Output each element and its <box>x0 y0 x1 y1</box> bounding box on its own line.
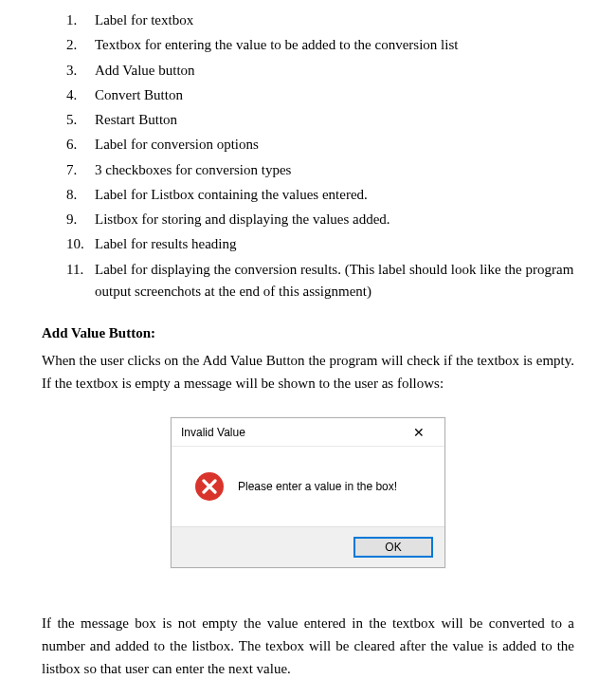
dialog-body: Please enter a value in the box! <box>172 447 444 526</box>
list-item: Add Value button <box>95 60 574 82</box>
close-icon[interactable]: ✕ <box>401 421 437 444</box>
list-item: Listbox for storing and displaying the v… <box>95 209 574 230</box>
requirements-list: Label for textbox Textbox for entering t… <box>95 9 574 303</box>
ok-button[interactable]: OK <box>353 537 433 558</box>
list-item: Label for conversion options <box>95 134 574 156</box>
list-item: Restart Button <box>95 109 574 131</box>
section-paragraph: If the message box is not empty the valu… <box>42 612 574 679</box>
list-item: Label for Listbox containing the values … <box>95 184 574 206</box>
dialog-message: Please enter a value in the box! <box>238 480 397 493</box>
section-paragraph: When the user clicks on the Add Value Bu… <box>42 349 574 395</box>
section-heading-add-value: Add Value Button: <box>42 325 574 341</box>
document-page: Label for textbox Textbox for entering t… <box>0 0 616 679</box>
dialog-title: Invalid Value <box>181 426 245 439</box>
dialog-titlebar: Invalid Value ✕ <box>172 418 444 447</box>
list-item: Label for results heading <box>95 233 574 255</box>
list-item: Convert Button <box>95 84 574 106</box>
list-item: Label for displaying the conversion resu… <box>95 259 574 303</box>
list-item: Textbox for entering the value to be add… <box>95 34 574 56</box>
list-item: Label for textbox <box>95 9 574 31</box>
error-icon <box>194 471 225 502</box>
message-box: Invalid Value ✕ Please enter a value in … <box>171 417 445 568</box>
dialog-button-row: OK <box>172 526 444 567</box>
list-item: 3 checkboxes for conversion types <box>95 159 574 181</box>
dialog-screenshot: Invalid Value ✕ Please enter a value in … <box>42 417 574 568</box>
